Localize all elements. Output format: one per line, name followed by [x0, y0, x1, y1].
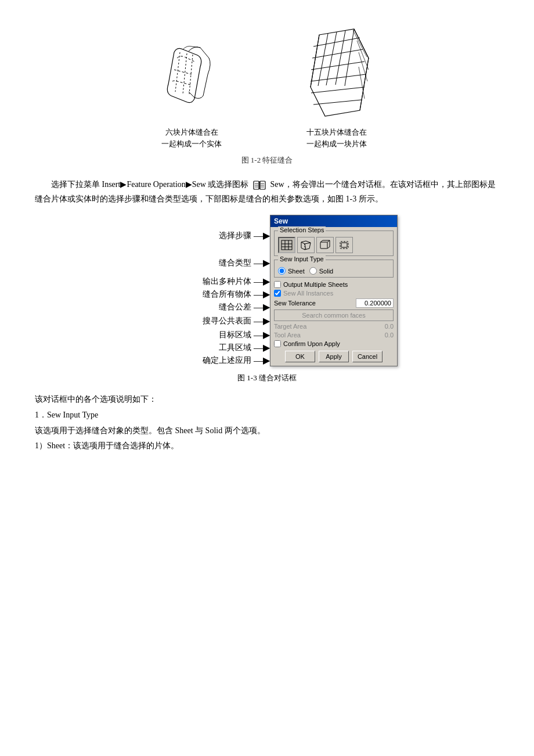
ann-text-target: 目标区域	[219, 330, 251, 340]
fig1-title: 图 1-2 特征缝合	[35, 155, 499, 165]
dialog-body: Selection Steps	[270, 227, 397, 366]
ann-text-selection: 选择步骤	[219, 231, 251, 241]
step-btn-4[interactable]	[335, 237, 353, 253]
left-annotations: 选择步骤 —▶ 缝合类型 —▶ 输出多种片体 —▶ 缝合所有物体 —▶ 缝合公差	[136, 215, 270, 367]
step-btn-2[interactable]	[297, 237, 315, 253]
svg-rect-9	[282, 240, 292, 250]
step-btn-1[interactable]	[278, 237, 295, 253]
confirm-checkbox[interactable]	[274, 340, 281, 347]
text-item1-title: 1．Sew Input Type	[35, 408, 499, 423]
radio-sheet-label: Sheet	[288, 268, 305, 275]
ann-arrow6: —▶	[254, 316, 270, 326]
input-type-label: Sew Input Type	[278, 255, 326, 262]
dialog-title: Sew	[274, 217, 288, 225]
ann-text-tool: 工具区域	[219, 343, 251, 353]
ann-search-common: 搜寻公共表面 —▶	[136, 314, 270, 329]
ann-tool-area: 工具区域 —▶	[136, 341, 270, 354]
ann-text-search: 搜寻公共表面	[203, 316, 251, 326]
input-type-group: Sew Input Type Sheet Solid	[274, 260, 394, 278]
selection-steps-group: Selection Steps	[274, 231, 394, 256]
selection-steps-label: Selection Steps	[278, 226, 326, 233]
ann-confirm: 确定上述应用 —▶	[136, 354, 270, 367]
sew-tolerance-label: Sew Tolerance	[274, 300, 316, 307]
ann-arrow8: —▶	[254, 343, 270, 352]
ann-arrow7: —▶	[254, 330, 270, 340]
output-multiple-row: Output Multiple Sheets	[274, 281, 394, 288]
sew-all-label: Sew All Instances	[283, 290, 333, 297]
figure2-svg	[284, 23, 389, 122]
ann-arrow5: —▶	[254, 303, 270, 312]
fig3-title: 图 1-3 缝合对话框	[35, 373, 499, 383]
figure1: 六块片体缝合在 一起构成一个实体	[145, 29, 238, 149]
sew-tolerance-row: Sew Tolerance	[274, 298, 394, 308]
figure2-caption: 十五块片体缝合在 一起构成一块片体	[306, 127, 367, 149]
figure1-svg	[145, 29, 238, 122]
figure2: 十五块片体缝合在 一起构成一块片体	[284, 23, 389, 149]
ann-arrow1: —▶	[254, 231, 270, 240]
tool-area-row: Tool Area 0.0	[274, 332, 394, 339]
ann-arrow3: —▶	[254, 277, 270, 286]
ann-arrow2: —▶	[254, 258, 270, 268]
ok-button[interactable]: OK	[285, 351, 315, 362]
paragraph1: 选择下拉菜单 Insert▶Feature Operation▶Sew 或选择图…	[35, 177, 499, 206]
cancel-button[interactable]: Cancel	[352, 351, 383, 362]
input-type-row: Sheet Solid	[278, 267, 389, 275]
ann-text-sew-all: 缝合所有物体	[203, 289, 251, 300]
ann-arrow9: —▶	[254, 356, 270, 365]
ann-text-output: 输出多种片体	[203, 276, 251, 287]
target-area-row: Target Area 0.0	[274, 323, 394, 330]
para1-text1: 选择下拉菜单 Insert▶Feature Operation▶Sew 或选择图…	[51, 180, 248, 189]
target-area-value: 0.0	[370, 323, 394, 330]
figures-row: 六块片体缝合在 一起构成一个实体	[35, 23, 499, 149]
radio-solid-label: Solid	[319, 268, 333, 275]
svg-rect-12	[341, 243, 347, 247]
text-item1-desc: 该选项用于选择缝合对象的类型。包含 Sheet 与 Solid 两个选项。	[35, 423, 499, 439]
search-common-btn[interactable]: Search common faces	[274, 309, 394, 321]
apply-button[interactable]: Apply	[319, 351, 349, 362]
confirm-label: Confirm Upon Apply	[283, 340, 340, 347]
text-item1-sub1: 1）Sheet：该选项用于缝合选择的片体。	[35, 438, 499, 454]
target-area-label: Target Area	[274, 323, 370, 330]
output-multiple-checkbox[interactable]	[274, 281, 281, 288]
dialog-buttons-row: OK Apply Cancel	[274, 351, 394, 362]
svg-rect-10	[320, 242, 327, 249]
confirm-row: Confirm Upon Apply	[274, 340, 394, 347]
ann-output-multiple: 输出多种片体 —▶	[136, 275, 270, 288]
ann-sew-all: 缝合所有物体 —▶	[136, 288, 270, 301]
ann-arrow4: —▶	[254, 290, 270, 299]
ann-target-area: 目标区域 —▶	[136, 329, 270, 341]
selection-steps-row	[278, 237, 389, 253]
book-icon	[253, 180, 266, 190]
step-btn-3[interactable]	[316, 237, 334, 253]
ann-sew-input-type: 缝合类型 —▶	[136, 251, 270, 275]
radio-sheet: Sheet	[278, 267, 305, 275]
ann-sew-tolerance: 缝合公差 —▶	[136, 301, 270, 314]
sew-all-checkbox[interactable]	[274, 290, 281, 297]
dialog-section: 选择步骤 —▶ 缝合类型 —▶ 输出多种片体 —▶ 缝合所有物体 —▶ 缝合公差	[35, 215, 499, 367]
figure1-caption: 六块片体缝合在 一起构成一个实体	[161, 127, 222, 149]
ann-text-sew-type: 缝合类型	[219, 258, 251, 268]
ann-selection-steps: 选择步骤 —▶	[136, 221, 270, 251]
text-intro: 该对话框中的各个选项说明如下：	[35, 392, 499, 408]
ann-text-tolerance: 缝合公差	[219, 302, 251, 312]
tool-area-label: Tool Area	[274, 332, 370, 339]
output-multiple-label: Output Multiple Sheets	[283, 281, 348, 288]
text-section: 该对话框中的各个选项说明如下： 1．Sew Input Type 该选项用于选择…	[35, 392, 499, 453]
sew-tolerance-input[interactable]	[356, 298, 394, 308]
radio-solid-input[interactable]	[309, 267, 317, 275]
dialog-titlebar: Sew	[270, 215, 397, 227]
tool-area-value: 0.0	[370, 332, 394, 339]
sew-dialog: Sew Selection Steps	[270, 215, 398, 366]
page-content: 六块片体缝合在 一起构成一个实体	[35, 23, 499, 454]
ann-text-confirm: 确定上述应用	[203, 355, 251, 366]
sew-all-row: Sew All Instances	[274, 290, 394, 297]
radio-sheet-input[interactable]	[278, 267, 286, 275]
radio-solid: Solid	[309, 267, 333, 275]
